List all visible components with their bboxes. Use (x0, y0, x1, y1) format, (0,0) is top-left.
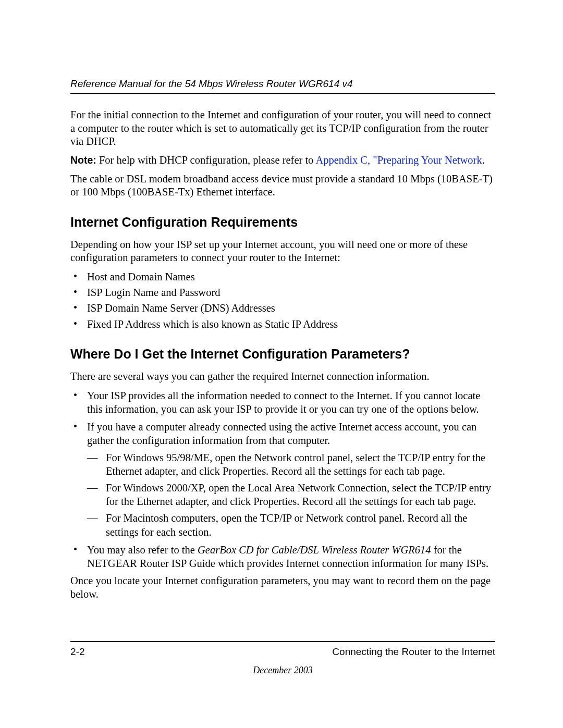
intro-paragraph: For the initial connection to the Intern… (70, 108, 495, 149)
list-item: You may also refer to the GearBox CD for… (70, 543, 495, 570)
list-item: ISP Domain Name Server (DNS) Addresses (70, 301, 495, 315)
section2-intro: There are several ways you can gather th… (70, 370, 495, 384)
list-item: ISP Login Name and Password (70, 286, 495, 299)
requirements-list: Host and Domain Names ISP Login Name and… (70, 270, 495, 331)
gearbox-title: GearBox CD for Cable/DSL Wireless Router… (198, 544, 431, 556)
note-label: Note: (70, 154, 96, 166)
list-item: For Macintosh computers, open the TCP/IP… (87, 511, 495, 538)
appendix-link[interactable]: Appendix C, "Preparing Your Network (315, 154, 482, 166)
header-rule (70, 93, 495, 94)
chapter-title: Connecting the Router to the Internet (332, 646, 495, 658)
list-item: If you have a computer already connected… (70, 420, 495, 539)
footer-date: December 2003 (70, 665, 495, 676)
list-item: Fixed IP Address which is also known as … (70, 317, 495, 331)
section1-intro: Depending on how your ISP set up your In… (70, 238, 495, 265)
list-item: For Windows 95/98/ME, open the Network c… (87, 451, 495, 478)
gearbox-pre: You may also refer to the (87, 544, 198, 556)
section-heading-where: Where Do I Get the Internet Configuratio… (70, 347, 495, 362)
list-item-text: If you have a computer already connected… (87, 421, 476, 446)
where-list: Your ISP provides all the information ne… (70, 389, 495, 571)
note-tail: . (482, 154, 485, 166)
footer-rule (70, 641, 495, 642)
sub-list: For Windows 95/98/ME, open the Network c… (87, 451, 495, 539)
modem-paragraph: The cable or DSL modem broadband access … (70, 172, 495, 199)
document-page: Reference Manual for the 54 Mbps Wireles… (0, 0, 563, 728)
note-paragraph: Note: For help with DHCP configuration, … (70, 154, 495, 167)
section-heading-requirements: Internet Configuration Requirements (70, 215, 495, 230)
list-item: Your ISP provides all the information ne… (70, 389, 495, 416)
section2-outro: Once you locate your Internet configurat… (70, 574, 495, 601)
note-text: For help with DHCP configuration, please… (96, 154, 316, 166)
page-number: 2-2 (70, 646, 84, 658)
list-item: Host and Domain Names (70, 270, 495, 283)
page-footer: 2-2 Connecting the Router to the Interne… (70, 641, 495, 676)
running-header: Reference Manual for the 54 Mbps Wireles… (70, 78, 495, 90)
list-item: For Windows 2000/XP, open the Local Area… (87, 481, 495, 508)
